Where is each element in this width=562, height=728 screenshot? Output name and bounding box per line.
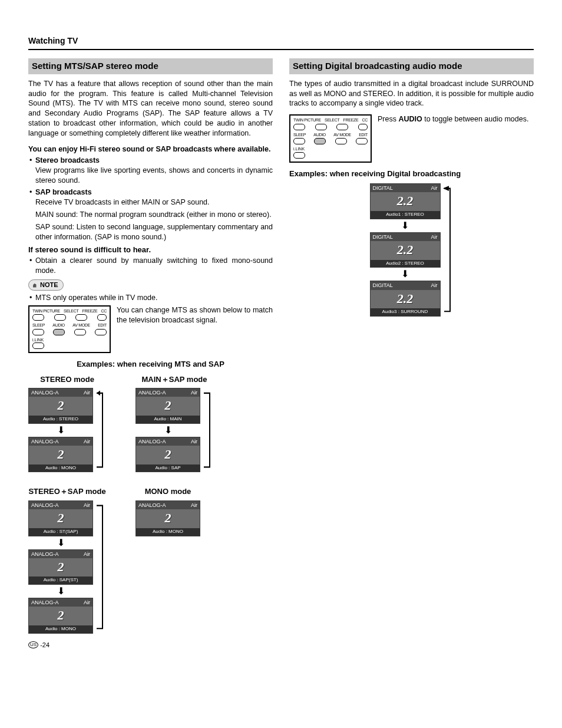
svg-marker-0 [97,391,100,396]
remote-label: CC [362,117,368,123]
down-arrow-icon: ⬇ [401,269,409,279]
remote-label: EDIT [98,322,107,328]
remote-button [293,124,305,130]
cycle-diagram: ANALOG-AAir 2 Audio : ST(SAP) ⬇ ANALOG-A… [28,500,106,634]
osd-top-right: Air [84,599,90,606]
remote-button [293,152,305,159]
osd-channel: 2.2 [371,290,440,309]
left-heading: Setting MTS/SAP stereo mode [28,58,273,74]
cycle-return-arrow [95,500,106,634]
bullet-sap: • SAP broadcasts [29,187,273,197]
osd-top-right: Air [191,438,197,445]
remote-label: CC [101,308,107,314]
osd-top-right: Air [431,282,438,289]
osd-channel: 2 [29,558,92,577]
two-column-layout: Setting MTS/SAP stereo mode The TV has a… [28,58,534,634]
osd-bottom: Audio : MONO [29,465,92,472]
bullet-difficult: • Obtain a clearer sound by manually swi… [29,256,273,276]
remote-button [32,314,44,321]
difficult-heading: If stereo sound is difficult to hear. [28,245,273,255]
bullet-dot: • [29,187,35,197]
osd-bottom: Audio2 : STEREO [371,260,440,268]
down-arrow-icon: ⬇ [57,426,65,435]
osd-channel: 2 [136,446,200,465]
remote-label: i.LINK [293,146,368,151]
press-audio-bold: AUDIO [398,115,422,123]
remote-label: TWIN PICTURE [32,308,60,314]
stereo-mode-col: STEREO mode ANALOG-AAir 2 Audio : STEREO… [28,374,106,473]
remote-button [97,314,107,321]
osd-channel: 2 [29,397,92,416]
cycle-diagram: ANALOG-AAir 2 Audio : MAIN ⬇ ANALOG-AAir… [135,388,213,472]
remote-label: AV MODE [333,132,351,137]
bullet-dot: • [29,256,35,276]
osd-bottom: Audio : MAIN [136,416,200,423]
remote-and-text-right: TWIN PICTURE SELECT FREEZE CC SLEEP AUDI… [289,114,534,162]
bullet-dot: • [29,156,35,166]
down-arrow-icon: ⬇ [57,587,65,596]
osd-channel: 2 [136,397,200,416]
osd-top-right: Air [431,233,438,241]
osd-box: DIGITALAir 2.2 Audio1 : STEREO [370,183,441,219]
bullet-stereo: • Stereo broadcasts [29,156,273,166]
sap-body-3: SAP sound: Listen to second language, su… [35,222,273,242]
mode-row-1: STEREO mode ANALOG-AAir 2 Audio : STEREO… [28,374,273,473]
osd-channel: 2.2 [371,241,440,260]
mono-mode-col: MONO mode ANALOG-AAir 2 Audio : MONO [135,486,200,536]
osd-top-left: ANALOG-A [138,438,166,445]
osd-bottom: Audio : MONO [29,625,92,633]
osd-top-left: DIGITAL [373,282,393,289]
remote-button [335,138,347,144]
remote-label: FREEZE [82,308,98,314]
osd-bottom: Audio : SAP(ST) [29,577,92,584]
remote-label: AUDIO [313,132,326,137]
remote-label: SELECT [64,308,78,314]
osd-box: ANALOG-AAir 2 Audio : MONO [28,598,93,634]
osd-box: ANALOG-AAir 2 Audio : MAIN [135,388,200,424]
note-badge: NOTE [28,279,64,291]
osd-top-left: ANALOG-A [31,551,59,558]
bullet-note: • MTS only operates while in TV mode. [29,293,273,303]
osd-top-left: ANALOG-A [31,502,59,509]
remote-button [32,329,44,335]
remote-button [74,329,86,335]
osd-top-right: Air [84,438,90,445]
osd-channel: 2 [29,446,92,465]
osd-channel: 2 [136,509,200,528]
right-heading: Setting Digital broadcasting audio mode [289,58,534,74]
page-footer: US -24 [28,641,534,650]
remote-button-audio [53,329,65,335]
region-badge: US [28,641,38,648]
mode-title: MONO mode [145,486,191,497]
remote-label: i.LINK [32,337,107,342]
remote-label: EDIT [359,132,368,137]
osd-box: ANALOG-AAir 2 Audio : SAP [135,437,200,473]
stereo-broadcasts-title: Stereo broadcasts [35,156,273,166]
osd-top-right: Air [191,502,197,509]
osd-bottom: Audio1 : STEREO [371,211,440,219]
osd-box: DIGITALAir 2.2 Audio3 : SURROUND [370,281,441,317]
examples-digital-heading: Examples: when receiving Digital broadca… [289,169,534,179]
osd-top-right: Air [84,551,90,558]
osd-top-right: Air [191,389,197,396]
remote-button-audio [314,138,326,144]
remote-button [75,314,87,321]
osd-top-left: ANALOG-A [138,502,166,509]
remote-label: TWIN PICTURE [293,117,321,123]
sap-body-2: MAIN sound: The normal program soundtrac… [35,210,273,220]
remote-label: AUDIO [52,322,65,328]
osd-top-right: Air [84,502,90,509]
remote-and-text: TWIN PICTURE SELECT FREEZE CC SLEEP AUDI… [28,305,273,353]
osd-top-left: DIGITAL [373,185,393,192]
left-intro: The TV has a feature that allows recepti… [28,79,273,139]
mainsap-mode-col: MAIN＋SAP mode ANALOG-AAir 2 Audio : MAIN… [135,374,213,473]
remote-label: SLEEP [293,132,306,137]
osd-box: ANALOG-AAir 2 Audio : SAP(ST) [28,549,93,585]
osd-bottom: Audio : SAP [136,465,200,472]
osd-channel: 2.2 [371,192,440,211]
osd-top-right: Air [84,389,90,396]
osd-top-left: DIGITAL [373,233,393,241]
remote-diagram: TWIN PICTURE SELECT FREEZE CC SLEEP AUDI… [28,305,111,353]
remote-button [293,138,305,144]
examples-mts-heading: Examples: when receiving MTS and SAP [28,359,273,370]
